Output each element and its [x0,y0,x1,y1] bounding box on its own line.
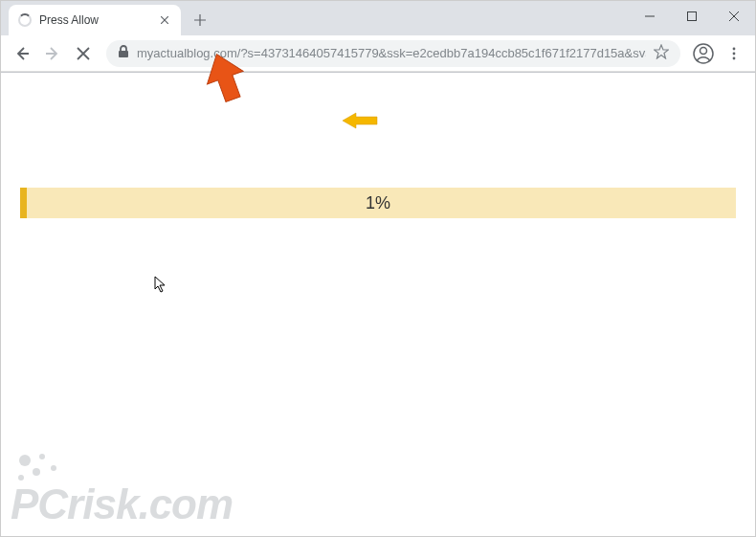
profile-button[interactable] [690,40,717,67]
arrow-left-icon [14,46,30,61]
tab-title: Press Allow [39,13,150,27]
maximize-button[interactable] [671,1,713,32]
progress-fill [20,188,27,218]
svg-point-8 [39,454,45,459]
back-button[interactable] [9,40,35,67]
bookmark-button[interactable] [654,44,669,62]
svg-point-10 [51,465,56,471]
browser-tab[interactable]: Press Allow [9,5,181,35]
toolbar: myactualblog.com/?s=43731464057415779&ss… [1,35,755,72]
close-icon [161,16,168,24]
progress-text: 1% [366,193,390,213]
svg-point-5 [733,52,736,55]
tab-bar: Press Allow [1,1,755,35]
svg-point-6 [733,56,736,59]
progress-bar: 1% [20,188,736,218]
annotation-yellow-arrow [341,111,379,134]
svg-point-3 [700,47,707,54]
window-controls [629,1,755,32]
svg-rect-0 [688,12,697,21]
minimize-icon [645,11,655,21]
svg-point-9 [33,468,40,476]
svg-point-7 [19,455,31,466]
mouse-cursor-icon [154,276,167,297]
svg-point-4 [733,47,736,50]
close-tab-button[interactable] [158,13,171,27]
forward-button[interactable] [39,40,66,67]
close-icon [729,11,739,21]
stop-reload-button[interactable] [70,40,97,67]
lock-icon [118,45,129,61]
menu-button[interactable] [721,40,747,67]
svg-rect-1 [119,51,128,57]
close-window-button[interactable] [713,1,755,32]
arrow-right-icon [45,46,60,61]
maximize-icon [687,11,697,21]
plus-icon [194,14,206,26]
minimize-button[interactable] [629,1,671,32]
address-bar[interactable]: myactualblog.com/?s=43731464057415779&ss… [106,40,680,67]
dots-vertical-icon [727,47,741,60]
watermark-dots [15,451,63,488]
close-icon [77,47,90,60]
loading-spinner-icon [18,13,32,27]
svg-point-11 [18,475,24,481]
user-icon [693,43,714,64]
new-tab-button[interactable] [187,7,213,34]
browser-chrome: Press Allow [1,1,755,73]
annotation-orange-arrow [197,51,255,112]
page-content: 1% [1,73,755,537]
star-icon [654,44,669,59]
